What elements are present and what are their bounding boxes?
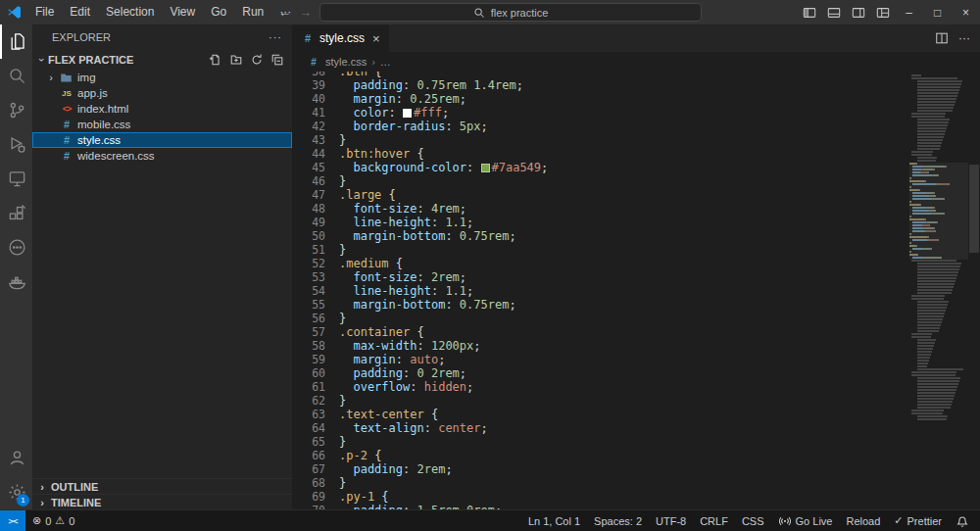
code-line[interactable]: 52.medium { [292, 257, 909, 270]
new-file-icon[interactable] [207, 52, 224, 68]
close-button[interactable]: × [952, 0, 980, 24]
code-line[interactable]: 57.container { [292, 325, 909, 339]
scrollbar-thumb[interactable] [969, 165, 979, 253]
status-ln-1-col-1[interactable]: Ln 1, Col 1 [521, 510, 587, 531]
activity-source-control[interactable] [0, 93, 32, 127]
status-utf-8[interactable]: UTF-8 [649, 510, 693, 531]
status-prettier[interactable]: ✓Prettier [887, 510, 949, 531]
section-flex-practice[interactable]: › FLEX PRACTICE [32, 50, 292, 69]
code-line[interactable]: 66.p-2 { [292, 449, 909, 462]
minimap-line [909, 351, 968, 353]
code-line[interactable]: 61 overflow: hidden; [292, 380, 909, 394]
split-editor-icon[interactable] [935, 31, 949, 45]
activity-docker[interactable] [0, 265, 32, 299]
code-line[interactable]: 50 margin-bottom: 0.75rem; [292, 229, 909, 243]
command-center-search[interactable]: flex practice [319, 3, 702, 22]
code-line[interactable]: 53 font-size: 2rem; [292, 270, 909, 284]
code-line[interactable]: 59 margin: auto; [292, 353, 909, 366]
activity-run-debug[interactable] [0, 127, 32, 162]
code-token: max-width [339, 339, 416, 353]
code-line[interactable]: 41 color: #fff; [292, 106, 909, 120]
activity-remote-explorer[interactable] [0, 162, 32, 196]
problems-indicator[interactable]: ⊗ 0 ⚠ 0 [25, 510, 81, 531]
js-file-icon: JS [60, 89, 74, 98]
menu-view[interactable]: View [162, 0, 203, 24]
status-spaces-2[interactable]: Spaces: 2 [587, 510, 649, 531]
activity-settings[interactable]: 1 [0, 475, 32, 509]
code-text: } [325, 243, 346, 257]
code-line[interactable]: 38.btn { [292, 72, 909, 78]
file-img[interactable]: ›img [32, 70, 292, 85]
code-line[interactable]: 51} [292, 243, 909, 257]
layout-panel-icon[interactable] [821, 0, 846, 24]
status-crlf[interactable]: CRLF [693, 510, 735, 531]
code-line[interactable]: 65} [292, 435, 909, 449]
code-line[interactable]: 48 font-size: 4rem; [292, 202, 909, 216]
menu-file[interactable]: File [27, 0, 62, 24]
code-line[interactable]: 63.text-center { [292, 408, 909, 421]
status-reload[interactable]: Reload [839, 510, 887, 531]
status-go-live[interactable]: Go Live [771, 510, 840, 531]
menu-edit[interactable]: Edit [62, 0, 98, 24]
code-line[interactable]: 70 padding: 1.5rem 0rem; [292, 504, 909, 509]
code-line[interactable]: 60 padding: 0 2rem; [292, 366, 909, 380]
code-line[interactable]: 39 padding: 0.75rem 1.4rem; [292, 78, 909, 92]
code-line[interactable]: 58 max-width: 1200px; [292, 339, 909, 353]
menu-selection[interactable]: Selection [98, 0, 162, 24]
status-css[interactable]: CSS [735, 510, 771, 531]
editor-more-icon[interactable]: ··· [958, 31, 970, 45]
code-line[interactable]: 43} [292, 133, 909, 147]
file-widescreen-css[interactable]: #widescreen.css [32, 148, 292, 164]
menu-go[interactable]: Go [203, 0, 234, 24]
collapse-all-icon[interactable] [269, 52, 286, 68]
menu-more[interactable]: ··· [271, 0, 299, 24]
remote-indicator[interactable]: >< [0, 510, 25, 531]
customize-layout-icon[interactable] [870, 0, 895, 24]
explorer-more-button[interactable]: ··· [269, 31, 282, 43]
code-line[interactable]: 44.btn:hover { [292, 147, 909, 161]
panel-timeline[interactable]: ›TIMELINE [32, 494, 292, 509]
tab-style-css[interactable]: # style.css × [292, 24, 389, 52]
layout-sidebar-right-icon[interactable] [846, 0, 870, 24]
code-line[interactable]: 69.py-1 { [292, 490, 909, 504]
code-line[interactable]: 45 background-color: #7aa549; [292, 161, 909, 174]
code-text: .p-2 { [325, 449, 381, 462]
minimize-button[interactable]: – [895, 0, 923, 24]
file-mobile-css[interactable]: #mobile.css [32, 117, 292, 132]
code-line[interactable]: 47.large { [292, 188, 909, 202]
editor-scrollbar[interactable] [968, 72, 980, 509]
activity-extensions[interactable] [0, 196, 32, 230]
nav-forward-icon[interactable]: → [299, 5, 312, 20]
layout-sidebar-left-icon[interactable] [797, 0, 821, 24]
minimap[interactable] [909, 72, 968, 509]
file-index-html[interactable]: <>index.html [32, 101, 292, 117]
activity-account[interactable] [0, 441, 32, 475]
minimap-viewport[interactable] [909, 163, 968, 260]
file-app-js[interactable]: JSapp.js [32, 85, 292, 101]
code-line[interactable]: 62} [292, 394, 909, 408]
code-line[interactable]: 42 border-radius: 5px; [292, 120, 909, 133]
new-folder-icon[interactable] [227, 52, 245, 68]
code-line[interactable]: 56} [292, 312, 909, 325]
activity-explorer[interactable] [0, 24, 32, 59]
code-line[interactable]: 54 line-height: 1.1; [292, 284, 909, 298]
code-line[interactable]: 46} [292, 174, 909, 188]
tab-close-icon[interactable]: × [372, 31, 380, 46]
activity-comments[interactable] [0, 230, 32, 265]
breadcrumb[interactable]: # style.css › … [292, 52, 980, 72]
panel-outline[interactable]: ›OUTLINE [32, 478, 292, 494]
refresh-icon[interactable] [248, 52, 266, 68]
code-line[interactable]: 40 margin: 0.25rem; [292, 92, 909, 106]
code-token: center [438, 421, 480, 435]
status-bell[interactable] [949, 510, 976, 531]
code-line[interactable]: 68} [292, 476, 909, 490]
code-area[interactable]: 38.btn {39 padding: 0.75rem 1.4rem;40 ma… [292, 72, 909, 509]
code-line[interactable]: 64 text-align: center; [292, 421, 909, 435]
code-line[interactable]: 55 margin-bottom: 0.75rem; [292, 298, 909, 312]
code-line[interactable]: 67 padding: 2rem; [292, 462, 909, 476]
file-style-css[interactable]: #style.css [32, 132, 292, 148]
activity-search[interactable] [0, 59, 32, 93]
code-line[interactable]: 49 line-height: 1.1; [292, 216, 909, 229]
menu-run[interactable]: Run [234, 0, 271, 24]
maximize-button[interactable]: □ [923, 0, 952, 24]
